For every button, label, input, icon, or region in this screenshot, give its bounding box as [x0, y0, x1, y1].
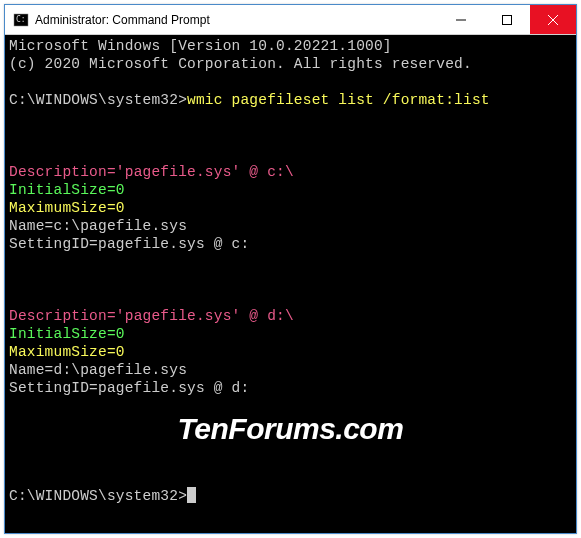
output-name: Name=d:\pagefile.sys	[9, 361, 572, 379]
description-label: Description=	[9, 308, 116, 324]
prompt-text: C:\WINDOWS\system32>	[9, 488, 187, 504]
terminal-area[interactable]: Microsoft Windows [Version 10.0.20221.10…	[5, 35, 576, 533]
output-description: Description='pagefile.sys' @ d:\	[9, 307, 572, 325]
output-maximumsize: MaximumSize=0	[9, 343, 572, 361]
prompt-text: C:\WINDOWS\system32>	[9, 92, 187, 108]
description-value: 'pagefile.sys' @ d:\	[116, 308, 294, 324]
blank-line	[9, 145, 572, 163]
blank-line	[9, 253, 572, 271]
command-prompt-window: C: Administrator: Command Prompt Microso…	[4, 4, 577, 534]
maximize-button[interactable]	[484, 5, 530, 34]
svg-text:C:: C:	[16, 15, 26, 24]
output-name: Name=c:\pagefile.sys	[9, 217, 572, 235]
blank-line	[9, 469, 572, 487]
command-text: wmic pagefileset list /format:list	[187, 92, 490, 108]
titlebar[interactable]: C: Administrator: Command Prompt	[5, 5, 576, 35]
description-value: 'pagefile.sys' @ c:\	[116, 164, 294, 180]
cmd-icon: C:	[13, 12, 29, 28]
command-line: C:\WINDOWS\system32>wmic pagefileset lis…	[9, 91, 572, 109]
close-button[interactable]	[530, 5, 576, 34]
output-maximumsize: MaximumSize=0	[9, 199, 572, 217]
window-controls	[438, 5, 576, 34]
prompt-line: C:\WINDOWS\system32>	[9, 487, 572, 505]
copyright-line: (c) 2020 Microsoft Corporation. All righ…	[9, 55, 572, 73]
blank-line	[9, 289, 572, 307]
output-initialsize: InitialSize=0	[9, 181, 572, 199]
blank-line	[9, 433, 572, 451]
output-settingid: SettingID=pagefile.sys @ d:	[9, 379, 572, 397]
svg-rect-3	[503, 15, 512, 24]
blank-line	[9, 73, 572, 91]
blank-line	[9, 271, 572, 289]
window-title: Administrator: Command Prompt	[35, 13, 438, 27]
blank-line	[9, 397, 572, 415]
output-settingid: SettingID=pagefile.sys @ c:	[9, 235, 572, 253]
blank-line	[9, 127, 572, 145]
blank-line	[9, 109, 572, 127]
cursor	[187, 487, 196, 503]
minimize-button[interactable]	[438, 5, 484, 34]
description-label: Description=	[9, 164, 116, 180]
output-initialsize: InitialSize=0	[9, 325, 572, 343]
output-description: Description='pagefile.sys' @ c:\	[9, 163, 572, 181]
version-line: Microsoft Windows [Version 10.0.20221.10…	[9, 37, 572, 55]
blank-line	[9, 415, 572, 433]
blank-line	[9, 451, 572, 469]
